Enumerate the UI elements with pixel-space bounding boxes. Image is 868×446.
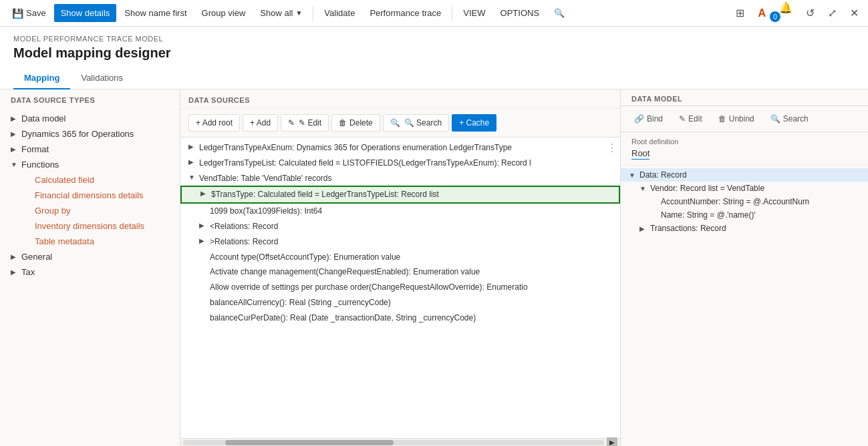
office-button[interactable]: A (754, 5, 770, 22)
ds-item-activate-change[interactable]: Activate change management(ChangeRequest… (180, 264, 620, 280)
tree-item-data-model[interactable]: ▶ Data model (0, 111, 180, 126)
tree-item-label: Financial dimensions details (35, 190, 169, 200)
refresh-button[interactable]: ↺ (802, 4, 819, 22)
dm-item-text: Name: String = @.'name()' (661, 210, 756, 220)
bind-button[interactable]: 🔗 Bind (629, 112, 668, 126)
chevron-down-icon: ▼ (295, 9, 302, 17)
group-view-button[interactable]: Group view (195, 4, 253, 22)
datasource-types-tree: ▶ Data model ▶ Dynamics 365 for Operatio… (0, 108, 180, 446)
ds-item-balance-all-currency[interactable]: balanceAllCurrency(): Real (String _curr… (180, 295, 620, 310)
delete-button[interactable]: 🗑 Delete (331, 114, 380, 132)
add-root-button[interactable]: + Add root (188, 114, 240, 132)
edit-button[interactable]: ✎ ✎ Edit (281, 114, 329, 132)
page-header: MODEL PERFORMANCE TRACE MODEL Model mapp… (0, 27, 868, 89)
tree-item-label: Dynamics 365 for Operations (21, 129, 169, 139)
ds-item-trans-type[interactable]: ▶ $TransType: Calculated field = LedgerT… (180, 186, 620, 204)
root-definition-area: Root definition Root (621, 132, 868, 166)
toolbar-right: ⊞ A 🔔 0 ↺ ⤢ ✕ (732, 0, 863, 27)
ds-item-relations-rec1[interactable]: ▶ <Relations: Record (180, 219, 620, 234)
unbind-button[interactable]: 🗑 Unbind (713, 112, 760, 126)
middle-panel: DATA SOURCES + Add root + Add ✎ ✎ Edit 🗑… (180, 89, 621, 446)
tree-item-general[interactable]: ▶ General (0, 249, 180, 264)
show-name-first-button[interactable]: Show name first (118, 4, 193, 22)
validate-button[interactable]: Validate (317, 4, 361, 22)
dm-item-text: AccountNumber: String = @.AccountNum (661, 197, 809, 206)
save-icon: 💾 (12, 8, 23, 19)
tree-item-label: Group by (35, 206, 169, 216)
close-button[interactable]: ✕ (846, 4, 863, 22)
dm-item-text: Vendor: Record list = VendTable (650, 184, 764, 193)
tree-item-calculated-field[interactable]: Calculated field (0, 172, 180, 188)
ds-item-allow-override[interactable]: Allow override of settings per purchase … (180, 280, 620, 295)
ds-item-balance-cur-per-date[interactable]: balanceCurPerDate(): Real (Date _transac… (180, 310, 620, 326)
tree-item-group-by[interactable]: Group by (0, 203, 180, 218)
tree-item-tax[interactable]: ▶ Tax (0, 264, 180, 280)
search-button[interactable]: 🔍 🔍 Search (383, 114, 449, 132)
trash-icon: 🗑 (339, 118, 347, 128)
tree-item-dynamics-365[interactable]: ▶ Dynamics 365 for Operations (0, 126, 180, 142)
scroll-end-button[interactable]: ▶ (607, 437, 617, 447)
ds-item-1099box[interactable]: 1099 box(Tax1099Fields): Int64 (180, 204, 620, 219)
data-model-tree: ▼ Data: Record ▼ Vendor: Record list = V… (621, 166, 868, 446)
dm-item-text: Data: Record (639, 170, 687, 180)
root-value: Root (631, 148, 649, 160)
pencil-icon: ✎ (288, 118, 295, 128)
notification-wrapper: 🔔 0 (775, 0, 797, 27)
chevron-right-icon: ▶ (11, 268, 21, 276)
options-button[interactable]: OPTIONS (494, 4, 547, 22)
chevron-right-icon: ▶ (639, 225, 650, 232)
scroll-thumb[interactable] (225, 440, 394, 445)
chevron-right-icon: ▶ (199, 222, 210, 229)
save-button[interactable]: 💾 Save (5, 4, 53, 23)
ds-item-text: Allow override of settings per purchase … (210, 282, 612, 293)
cache-button[interactable]: + Cache (452, 114, 496, 132)
scroll-track (183, 440, 604, 445)
tree-item-label: General (21, 252, 169, 262)
show-details-button[interactable]: Show details (54, 4, 117, 22)
ds-item-relations-rec2[interactable]: ▶ >Relations: Record (180, 234, 620, 250)
horizontal-scrollbar[interactable]: ▶ (180, 438, 620, 446)
add-button[interactable]: + Add (243, 114, 278, 132)
ds-item-text: LedgerTransTypeAxEnum: Dynamics 365 for … (199, 142, 612, 154)
show-all-button[interactable]: Show all ▼ (253, 4, 309, 22)
chevron-right-icon: ▶ (200, 190, 211, 197)
main-toolbar: 💾 Save Show details Show name first Grou… (0, 0, 868, 27)
ds-item-text: VendTable: Table 'VendTable' records (199, 173, 612, 184)
tree-item-label: Tax (21, 267, 169, 277)
dm-item-vendor[interactable]: ▼ Vendor: Record list = VendTable (621, 182, 868, 195)
ds-item-ledger-trans-ax[interactable]: ▶ LedgerTransTypeAxEnum: Dynamics 365 fo… (180, 140, 620, 156)
dm-item-name[interactable]: Name: String = @.'name()' (621, 208, 868, 222)
view-button[interactable]: VIEW (456, 4, 492, 22)
right-edit-button[interactable]: ✎ Edit (674, 112, 708, 126)
chevron-right-icon: ▶ (199, 237, 210, 244)
chevron-right-icon: ▶ (188, 143, 199, 150)
ds-item-vend-table[interactable]: ▼ VendTable: Table 'VendTable' records (180, 171, 620, 186)
performance-trace-button[interactable]: Performance trace (363, 4, 448, 22)
popout-button[interactable]: ⤢ (824, 4, 841, 22)
settings-icon-button[interactable]: ⊞ (732, 4, 748, 22)
datasources-toolbar: + Add root + Add ✎ ✎ Edit 🗑 Delete 🔍 🔍 S… (180, 109, 620, 138)
chevron-down-icon: ▼ (11, 161, 21, 168)
ds-item-text: 1099 box(Tax1099Fields): Int64 (210, 206, 612, 217)
tree-item-format[interactable]: ▶ Format (0, 142, 180, 157)
ds-item-text: LedgerTransTypeList: Calculated field = … (199, 158, 612, 169)
tree-item-financial-dim[interactable]: Financial dimensions details (0, 188, 180, 203)
datasources-header: DATA SOURCES (180, 89, 620, 109)
right-search-button[interactable]: 🔍 Search (765, 112, 814, 126)
dm-item-transactions[interactable]: ▶ Transactions: Record (621, 222, 868, 235)
tree-item-label: Format (21, 144, 169, 154)
separator (313, 5, 313, 21)
dm-item-account-number[interactable]: AccountNumber: String = @.AccountNum (621, 195, 868, 208)
dm-item-data-record[interactable]: ▼ Data: Record (621, 168, 868, 182)
tab-validations[interactable]: Validations (70, 67, 134, 89)
global-search-button[interactable]: 🔍 (547, 4, 571, 22)
ds-item-account-type[interactable]: Account type(OffsetAccountType): Enumera… (180, 250, 620, 265)
tab-mapping[interactable]: Mapping (13, 67, 70, 89)
ds-item-ledger-trans-list[interactable]: ▶ LedgerTransTypeList: Calculated field … (180, 156, 620, 171)
tree-item-table-metadata[interactable]: Table metadata (0, 234, 180, 249)
tree-item-functions[interactable]: ▼ Functions (0, 157, 180, 172)
tree-item-inventory-dim[interactable]: Inventory dimensions details (0, 218, 180, 234)
tree-item-label: Data model (21, 114, 169, 124)
ds-item-text: >Relations: Record (210, 236, 612, 248)
link-icon: 🔗 (634, 114, 644, 124)
